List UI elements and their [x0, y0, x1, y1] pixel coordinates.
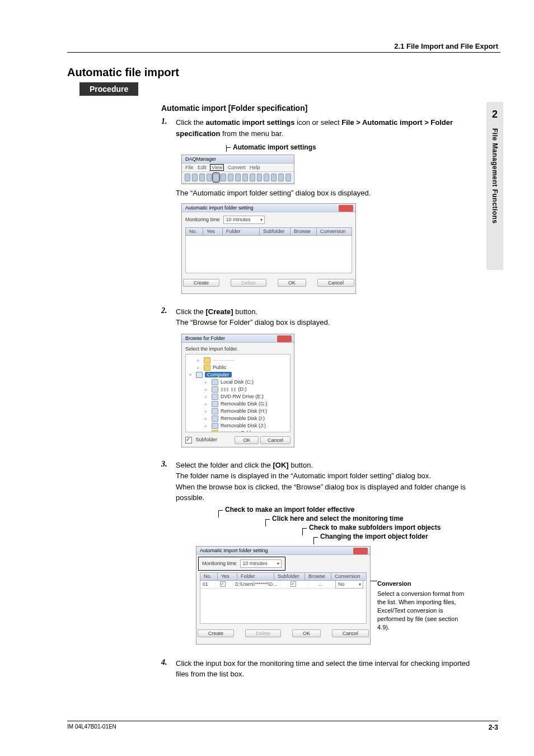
aifs-grid-header: No. Yes Folder Subfolder Browse Conversi… — [185, 227, 352, 236]
tree-rem-i[interactable]: Removable Disk (I:) — [221, 416, 265, 421]
app-toolbar — [182, 172, 294, 184]
ok-button[interactable]: OK — [235, 436, 259, 444]
tree-rem-h[interactable]: Removable Disk (H:) — [221, 408, 267, 414]
close-icon[interactable] — [277, 335, 292, 342]
step2-t2: button. — [235, 307, 257, 316]
step3-t2: button. — [291, 461, 313, 469]
cancel-button[interactable]: Cancel — [317, 279, 354, 287]
col-subfolder: Subfolder — [274, 573, 305, 580]
chapter-number: 2 — [492, 109, 498, 120]
ok-button[interactable]: OK — [292, 629, 321, 637]
menu-convert[interactable]: Convert — [228, 165, 246, 170]
menu-edit[interactable]: Edit — [198, 165, 207, 170]
toolbar-icon[interactable] — [278, 174, 284, 181]
monitoring-time-select[interactable]: 10 minutes — [223, 216, 265, 224]
toolbar-icon[interactable] — [250, 174, 255, 181]
step-2: 2. Click the [Create] button. The “Brows… — [161, 306, 484, 447]
row-enable-checkbox[interactable] — [220, 581, 226, 587]
callout-auto-import: Automatic import settings — [233, 143, 316, 151]
step1-t1: Click the — [176, 118, 205, 127]
col-folder: Folder — [223, 228, 260, 235]
subfolder-label: Subfolder — [196, 437, 218, 442]
doc-id: IM 04L47B01-01EN — [67, 724, 116, 731]
toolbar-icon[interactable] — [235, 174, 241, 181]
browse-dialog: Browse for Folder Select the import fold… — [181, 334, 294, 447]
col-no: No. — [186, 228, 203, 235]
delete-button[interactable]: Delete — [231, 279, 266, 287]
tree-public[interactable]: Public — [213, 365, 227, 370]
row-subfolder-checkbox[interactable] — [291, 581, 296, 587]
aifs-title: Automatic import folder setting — [196, 547, 370, 555]
col-folder: Folder — [237, 573, 274, 580]
tree-computer[interactable]: Computer — [205, 372, 232, 377]
create-button[interactable]: Create — [198, 629, 234, 637]
tree-disk-d[interactable]: (D:) — [238, 386, 247, 392]
create-button[interactable]: Create — [183, 279, 219, 287]
aifs-grid-body — [185, 236, 352, 273]
tree-disk-c[interactable]: Local Disk (C:) — [221, 379, 254, 385]
toolbar-icon[interactable] — [271, 174, 277, 181]
app-titlebar: DAQManager — [182, 155, 294, 164]
header-rule — [67, 52, 500, 53]
page-number: 2-3 — [489, 724, 498, 731]
row-conversion-select[interactable]: No — [335, 580, 363, 589]
col-browse: Browse — [305, 573, 331, 580]
tree-rem-g[interactable]: Removable Disk (G:) — [221, 401, 268, 407]
delete-button[interactable]: Delete — [245, 629, 281, 637]
callout-connector — [302, 528, 307, 529]
step1-b1: automatic import settings — [205, 118, 294, 127]
toolbar-icon[interactable] — [228, 174, 233, 181]
toolbar-icon[interactable] — [207, 174, 212, 181]
app-title: DAQManager — [185, 156, 216, 162]
callout-monitoring: Click here and select the monitoring tim… — [272, 515, 404, 522]
removable-icon — [212, 408, 218, 414]
ok-button[interactable]: OK — [278, 279, 306, 287]
chapter-label: File Management Functions — [491, 128, 499, 224]
tree-rem-j[interactable]: Removable Disk (J:) — [221, 423, 266, 428]
subfolder-checkbox[interactable] — [185, 437, 192, 444]
removable-icon — [212, 416, 218, 422]
tree-dvd[interactable]: DVD RW Drive (E:) — [221, 394, 264, 399]
menu-view[interactable]: View — [210, 165, 223, 170]
drive-icon — [212, 379, 218, 385]
toolbar-icon[interactable] — [221, 174, 226, 181]
app-menubar: File Edit View Convert Help — [182, 164, 294, 172]
folder-icon — [204, 357, 210, 363]
toolbar-icon[interactable] — [242, 174, 248, 181]
step2-t1: Click the — [176, 307, 205, 316]
callout-effective: Check to make an import folder effective — [225, 506, 354, 514]
close-icon[interactable] — [353, 548, 368, 554]
col-browse: Browse — [291, 228, 317, 235]
toolbar-icon[interactable] — [199, 174, 205, 181]
table-row[interactable]: 01 D:\Users\*******\Desktop\DAQManager f… — [200, 581, 366, 589]
auto-import-settings-icon[interactable] — [213, 174, 219, 181]
step-1: 1. Click the automatic import settings i… — [161, 117, 484, 294]
col-conversion: Conversion — [331, 573, 366, 580]
col-yes: Yes — [203, 228, 223, 235]
monitoring-time-select[interactable]: 10 minutes — [240, 559, 282, 568]
conversion-title: Conversion — [377, 580, 470, 588]
menu-file[interactable]: File — [185, 165, 194, 170]
folder-tree[interactable]: ▹────── ▹Public ▿Computer ▹Local Disk (C… — [185, 354, 291, 432]
cancel-button[interactable]: Cancel — [260, 436, 291, 444]
step1-t2: icon or select — [297, 118, 341, 127]
col-no: No. — [200, 573, 218, 580]
toolbar-icon[interactable] — [264, 174, 269, 181]
tree-other[interactable]: Folder — [241, 430, 256, 432]
toolbar-icon[interactable] — [257, 174, 263, 181]
callout-subfolder: Check to make subfolders import objects — [309, 524, 441, 531]
cancel-button[interactable]: Cancel — [332, 629, 369, 637]
callout-connector — [226, 147, 231, 148]
menu-help[interactable]: Help — [250, 165, 260, 170]
dvd-icon — [212, 394, 218, 400]
folder-icon — [204, 365, 210, 371]
folder-icon — [212, 430, 218, 432]
close-icon[interactable] — [339, 205, 353, 212]
col-yes: Yes — [218, 573, 237, 580]
col-subfolder: Subfolder — [260, 228, 291, 235]
toolbar-icon[interactable] — [192, 174, 198, 181]
toolbar-icon[interactable] — [285, 174, 291, 181]
toolbar-icon[interactable] — [185, 174, 190, 181]
callout-connector — [218, 510, 223, 511]
step2-b1: [Create] — [205, 307, 233, 316]
